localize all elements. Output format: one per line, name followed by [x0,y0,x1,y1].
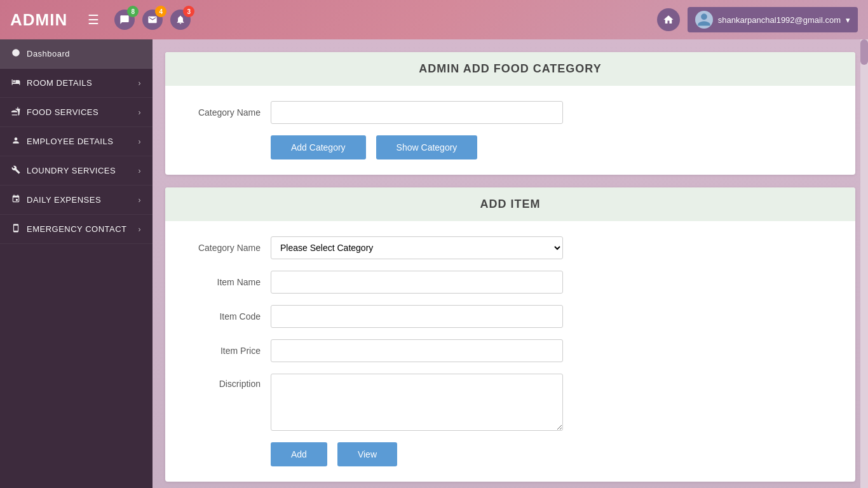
chevron-right-icon-laundry: › [139,166,142,175]
food-services-icon [11,107,20,118]
add-item-card: ADD ITEM Category Name Please Select Cat… [165,187,855,482]
item-category-name-label: Category Name [184,243,261,253]
bell-icon-wrap[interactable]: 3 [170,10,191,30]
sidebar-item-room-details[interactable]: ROOM DETAILS › [0,69,153,98]
item-name-label: Item Name [184,277,261,287]
scrollbar-track[interactable] [860,39,868,488]
user-email: shankarpanchal1992@gmail.com [718,15,841,25]
description-textarea[interactable] [271,374,563,431]
sidebar: Dashboard ROOM DETAILS › FOOD SERVICES › [0,39,153,488]
room-details-icon [11,78,20,88]
header: ADMIN ☰ 8 4 3 sha [0,0,868,39]
chevron-right-icon-expenses: › [139,196,142,205]
chevron-right-icon-employee: › [139,137,142,146]
messages-icon-wrap[interactable]: 8 [114,10,135,30]
add-food-category-title: ADMIN ADD FOOD CATEGORY [178,62,843,76]
header-right: shankarpanchal1992@gmail.com ▾ [657,7,858,32]
bell-badge: 3 [183,6,194,17]
home-icon[interactable] [657,8,680,31]
dashboard-icon [11,48,20,59]
add-food-category-header: ADMIN ADD FOOD CATEGORY [165,52,855,86]
add-category-button[interactable]: Add Category [271,135,366,159]
sidebar-item-emergency-contact[interactable]: EMERGENCY CONTACT › [0,215,153,244]
chevron-right-icon: › [139,79,142,88]
item-price-input[interactable] [271,339,563,362]
description-label: Discription [184,379,261,389]
item-category-name-row: Category Name Please Select Category [184,236,836,259]
category-name-row: Category Name [184,101,836,124]
item-category-select[interactable]: Please Select Category [271,236,563,259]
sidebar-item-daily-expenses[interactable]: DAILY EXPENSES › [0,186,153,215]
item-code-row: Item Code [184,305,836,328]
chevron-right-icon-food: › [139,108,142,117]
item-code-label: Item Code [184,311,261,322]
item-price-label: Item Price [184,346,261,356]
category-name-label: Category Name [184,107,261,118]
sidebar-label-daily-expenses: DAILY EXPENSES [27,195,101,205]
daily-expenses-icon [11,194,20,205]
content-area: ADMIN ADD FOOD CATEGORY Category Name Ad… [153,39,868,488]
add-food-category-body: Category Name Add Category Show Category [165,86,855,175]
item-code-input[interactable] [271,305,563,328]
category-name-input[interactable] [271,101,563,124]
sidebar-label-emergency-contact: EMERGENCY CONTACT [27,224,127,234]
scrollbar-thumb[interactable] [860,39,868,65]
sidebar-label-room-details: ROOM DETAILS [27,78,92,88]
category-buttons-row: Add Category Show Category [184,135,836,159]
chevron-right-icon-emergency: › [139,225,142,234]
sidebar-item-laundry-services[interactable]: LOUNDRY SERVICES › [0,156,153,186]
sidebar-item-food-services[interactable]: FOOD SERVICES › [0,98,153,127]
email-badge: 4 [155,6,166,17]
item-name-input[interactable] [271,271,563,294]
emergency-contact-icon [11,224,20,234]
avatar [695,11,713,29]
sidebar-label-employee-details: EMPLOYEE DETAILS [27,137,113,146]
hamburger-icon[interactable]: ☰ [83,10,104,30]
view-item-button[interactable]: View [337,442,397,466]
svg-point-0 [12,49,20,57]
sidebar-item-dashboard[interactable]: Dashboard [0,39,153,69]
sidebar-item-employee-details[interactable]: EMPLOYEE DETAILS › [0,127,153,156]
item-price-row: Item Price [184,339,836,362]
messages-badge: 8 [127,6,139,17]
header-icons: 8 4 3 [114,10,191,30]
sidebar-label-dashboard: Dashboard [27,49,70,58]
item-buttons-row: Add View [184,442,836,466]
add-item-header: ADD ITEM [165,187,855,221]
add-item-title: ADD ITEM [178,198,843,211]
add-item-body: Category Name Please Select Category Ite… [165,221,855,482]
sidebar-label-laundry-services: LOUNDRY SERVICES [27,166,116,175]
description-row: Discription [184,374,836,431]
user-menu[interactable]: shankarpanchal1992@gmail.com ▾ [688,7,858,32]
laundry-services-icon [11,165,20,176]
add-item-button[interactable]: Add [271,442,327,466]
employee-details-icon [11,136,20,147]
main-layout: Dashboard ROOM DETAILS › FOOD SERVICES › [0,39,868,488]
item-name-row: Item Name [184,271,836,294]
show-category-button[interactable]: Show Category [376,135,478,159]
add-food-category-card: ADMIN ADD FOOD CATEGORY Category Name Ad… [165,52,855,175]
email-icon-wrap[interactable]: 4 [142,10,163,30]
sidebar-label-food-services: FOOD SERVICES [27,107,98,117]
dropdown-arrow: ▾ [846,15,850,25]
brand-title: ADMIN [10,10,67,30]
